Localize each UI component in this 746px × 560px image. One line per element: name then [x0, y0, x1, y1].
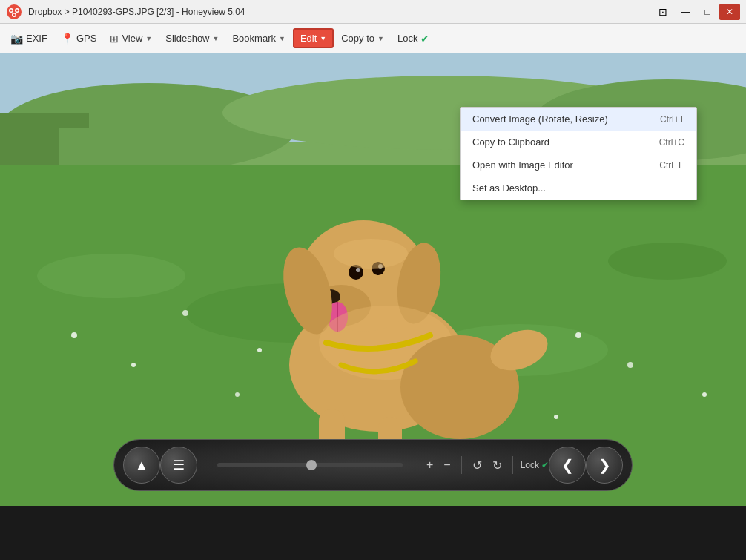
eject-icon: ▲	[135, 458, 148, 473]
svg-point-26	[554, 415, 558, 419]
zoom-in-button[interactable]: +	[423, 457, 436, 473]
open-editor-shortcut: Ctrl+E	[659, 160, 684, 171]
lock-badge-icon: ✔	[541, 460, 549, 470]
copyto-button[interactable]: Copy to ▼	[335, 30, 390, 47]
svg-point-37	[356, 268, 360, 272]
convert-image-item[interactable]: Convert Image (Rotate, Resize) Ctrl+T	[461, 108, 696, 131]
svg-point-30	[575, 332, 581, 338]
gps-icon: 📍	[61, 33, 73, 45]
edit-label: Edit	[300, 33, 317, 44]
toolbar: 📷 EXIF 📍 GPS ⊞ View ▼ Slideshow ▼ Bookma…	[0, 24, 746, 53]
convert-image-shortcut: Ctrl+T	[660, 114, 684, 125]
set-desktop-item[interactable]: Set as Desktop...	[461, 177, 696, 200]
center-controls	[197, 463, 423, 467]
copyto-arrow: ▼	[377, 35, 384, 42]
lock-label: Lock	[397, 33, 417, 44]
bookmark-button[interactable]: Bookmark ▼	[226, 30, 291, 47]
copy-clipboard-shortcut: Ctrl+C	[659, 137, 684, 148]
thumbnail-button[interactable]: ⊡	[653, 4, 673, 20]
zoom-out-button[interactable]: −	[440, 457, 453, 473]
next-button[interactable]: ❯	[586, 447, 623, 484]
menu-button[interactable]: ☰	[160, 447, 197, 484]
svg-point-29	[235, 392, 240, 397]
svg-point-6	[13, 13, 16, 16]
camera-icon: 📷	[10, 33, 23, 45]
lock-button[interactable]: Lock ✔	[392, 30, 435, 47]
open-editor-item[interactable]: Open with Image Editor Ctrl+E	[461, 154, 696, 177]
maximize-button[interactable]: □	[697, 4, 718, 20]
bookmark-arrow: ▼	[279, 35, 285, 42]
exif-label: EXIF	[26, 33, 47, 44]
svg-point-5	[16, 9, 19, 11]
svg-point-22	[257, 348, 262, 352]
edit-arrow: ▼	[320, 35, 326, 42]
next-icon: ❯	[598, 456, 611, 474]
edit-dropdown-menu: Convert Image (Rotate, Resize) Ctrl+T Co…	[460, 107, 697, 200]
svg-point-20	[131, 363, 136, 367]
svg-point-21	[182, 310, 188, 316]
svg-point-18	[608, 243, 727, 280]
view-arrow: ▼	[145, 35, 152, 42]
image-area: Convert Image (Rotate, Resize) Ctrl+T Co…	[0, 53, 746, 506]
control-bar: ▲ ☰ + − ↺ ↻ Lock ✔ ❮ ❯	[113, 439, 633, 491]
slideshow-button[interactable]: Slideshow ▼	[159, 30, 225, 47]
set-desktop-label: Set as Desktop...	[472, 182, 546, 194]
zoom-slider-thumb[interactable]	[306, 460, 317, 470]
close-button[interactable]: ✕	[719, 4, 740, 20]
edit-button[interactable]: Edit ▼	[293, 28, 334, 48]
copy-clipboard-item[interactable]: Copy to Clipboard Ctrl+C	[461, 131, 696, 154]
exif-button[interactable]: 📷 EXIF	[4, 30, 53, 47]
rotate-right-button[interactable]: ↻	[489, 457, 505, 474]
view-button[interactable]: ⊞ View ▼	[104, 30, 158, 47]
menu-icon: ☰	[173, 457, 185, 473]
app-logo	[6, 4, 22, 20]
svg-point-4	[10, 9, 13, 11]
slideshow-arrow: ▼	[213, 35, 219, 42]
svg-point-19	[71, 332, 77, 338]
lock-check-icon: ✔	[420, 33, 429, 45]
svg-point-28	[702, 392, 707, 397]
svg-point-43	[334, 239, 408, 269]
lock-badge-label: Lock	[521, 460, 539, 470]
zoom-slider-track[interactable]	[217, 463, 403, 467]
eject-button[interactable]: ▲	[123, 447, 160, 484]
copyto-label: Copy to	[341, 33, 374, 44]
titlebar: Dropbox > P1040293-GPS.JPG [2/3] - Honey…	[0, 0, 746, 24]
divider	[461, 456, 462, 474]
gps-button[interactable]: 📍 GPS	[55, 30, 102, 47]
window-controls: ⊡ — □ ✕	[653, 4, 740, 20]
svg-point-27	[627, 362, 633, 368]
divider2	[512, 456, 513, 474]
bookmark-label: Bookmark	[232, 33, 276, 44]
convert-image-label: Convert Image (Rotate, Resize)	[472, 113, 608, 125]
open-editor-label: Open with Image Editor	[472, 159, 573, 171]
lock-badge: Lock ✔	[521, 460, 549, 470]
prev-button[interactable]: ❮	[549, 447, 586, 484]
view-label: View	[122, 33, 142, 44]
window-title: Dropbox > P1040293-GPS.JPG [2/3] - Honey…	[28, 7, 653, 17]
prev-icon: ❮	[561, 456, 574, 474]
svg-point-15	[37, 254, 185, 298]
copy-clipboard-label: Copy to Clipboard	[472, 136, 549, 148]
slideshow-label: Slideshow	[165, 33, 209, 44]
rotate-left-button[interactable]: ↺	[469, 457, 485, 474]
gps-label: GPS	[76, 33, 96, 44]
small-controls: + − ↺ ↻ Lock ✔	[423, 456, 549, 474]
view-icon: ⊞	[110, 33, 119, 45]
minimize-button[interactable]: —	[675, 4, 696, 20]
